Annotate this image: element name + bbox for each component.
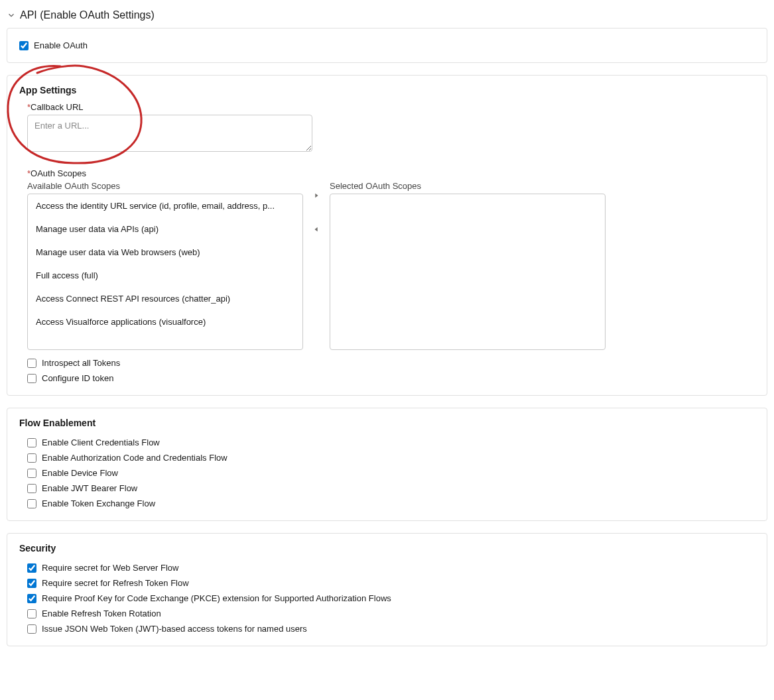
callback-url-input[interactable] [27,115,312,152]
section-header[interactable]: API (Enable OAuth Settings) [7,7,767,24]
move-left-button[interactable] [311,224,322,235]
flow-checkbox[interactable] [27,484,36,493]
move-right-button[interactable] [311,190,322,201]
chevron-down-icon [7,11,16,20]
flow-label: Enable JWT Bearer Flow [42,483,137,493]
flow-checkbox[interactable] [27,453,36,463]
section-title: API (Enable OAuth Settings) [20,9,155,21]
available-scopes-listbox[interactable]: Access the identity URL service (id, pro… [27,194,303,350]
security-card: Security Require secret for Web Server F… [7,533,767,646]
scope-item[interactable]: Manage user data via APIs (api) [28,217,302,241]
flow-enablement-card: Flow Enablement Enable Client Credential… [7,408,767,521]
app-settings-title: App Settings [19,85,755,95]
scope-item[interactable]: Full access (full) [28,264,302,287]
flow-enablement-title: Flow Enablement [19,418,755,428]
scope-item[interactable]: Access Connect REST API resources (chatt… [28,287,302,310]
security-label: Require secret for Refresh Token Flow [42,578,189,588]
introspect-all-tokens-label: Introspect all Tokens [42,358,120,368]
available-scopes-label: Available OAuth Scopes [27,181,303,191]
flow-label: Enable Client Credentials Flow [42,438,160,447]
enable-oauth-checkbox[interactable] [19,41,29,50]
selected-scopes-listbox[interactable] [330,194,606,350]
configure-id-token-label: Configure ID token [42,373,113,383]
configure-id-token-checkbox[interactable] [27,374,36,383]
security-title: Security [19,543,755,554]
security-checkbox[interactable] [27,563,36,573]
scope-item[interactable]: Access the identity URL service (id, pro… [28,194,302,217]
flow-label: Enable Device Flow [42,468,118,478]
flow-checkbox[interactable] [27,438,36,447]
flow-label: Enable Authorization Code and Credential… [42,453,227,463]
callback-url-label: *Callback URL [27,102,755,112]
enable-oauth-label: Enable OAuth [34,40,88,50]
security-checkbox[interactable] [27,624,36,634]
enable-oauth-card: Enable OAuth [7,28,767,63]
app-settings-card: App Settings *Callback URL *OAuth Scopes… [7,75,767,396]
flow-checkbox[interactable] [27,469,36,478]
selected-scopes-label: Selected OAuth Scopes [330,181,606,191]
security-checkbox[interactable] [27,594,36,603]
security-label: Issue JSON Web Token (JWT)-based access … [42,624,307,634]
security-label: Require secret for Web Server Flow [42,563,178,573]
flow-checkbox[interactable] [27,499,36,508]
security-label: Enable Refresh Token Rotation [42,609,161,618]
security-checkbox[interactable] [27,579,36,588]
flow-label: Enable Token Exchange Flow [42,498,155,508]
svg-marker-0 [315,194,318,198]
oauth-scopes-label: *OAuth Scopes [27,168,755,178]
scope-item[interactable]: Manage user data via Web browsers (web) [28,241,302,264]
introspect-all-tokens-checkbox[interactable] [27,359,36,368]
security-checkbox[interactable] [27,609,36,618]
security-label: Require Proof Key for Code Exchange (PKC… [42,593,391,603]
scope-item[interactable]: Access Visualforce applications (visualf… [28,310,302,333]
svg-marker-1 [315,227,318,232]
